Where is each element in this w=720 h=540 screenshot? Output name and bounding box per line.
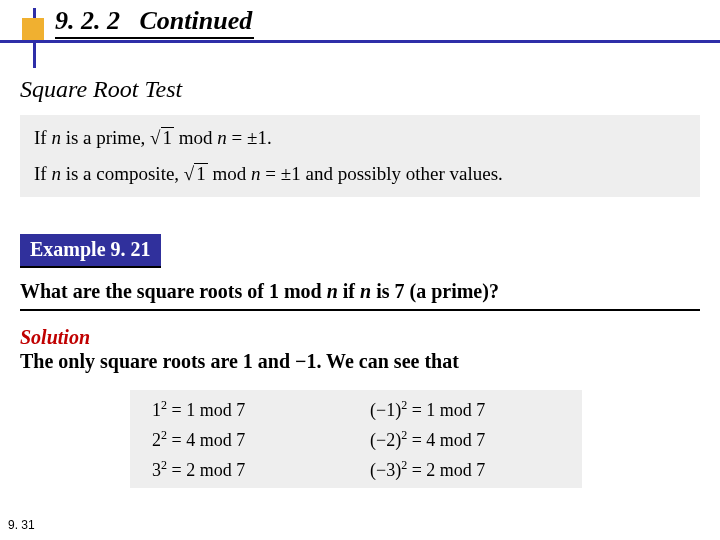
eq-r3: (−3)2 = 2 mod 7	[370, 460, 485, 481]
rhs: = 2 mod 7	[167, 460, 245, 480]
text: mod	[208, 163, 251, 184]
text: = ±1 and possibly other values.	[261, 163, 503, 184]
base: 2	[152, 430, 161, 450]
equations-box: 12 = 1 mod 7 22 = 4 mod 7 32 = 2 mod 7 (…	[130, 390, 582, 488]
text: is 7 (a prime)?	[371, 280, 499, 302]
text: mod	[174, 127, 217, 148]
solution-body: The only square roots are 1 and −1. We c…	[20, 350, 459, 373]
text: If	[34, 163, 51, 184]
slide-title: 9. 2. 2 Continued	[55, 6, 254, 39]
theorem-line2: If n is a composite, √1 mod n = ±1 and p…	[34, 163, 503, 185]
rhs: = 1 mod 7	[167, 400, 245, 420]
slide: 9. 2. 2 Continued Square Root Test If n …	[0, 0, 720, 540]
eq-l2: 22 = 4 mod 7	[152, 430, 245, 451]
var-n: n	[217, 127, 227, 148]
eq-l1: 12 = 1 mod 7	[152, 400, 245, 421]
theorem-box: If n is a prime, √1 mod n = ±1. If n is …	[20, 115, 700, 197]
solution-heading: Solution	[20, 326, 90, 349]
radicand: 1	[194, 163, 208, 183]
base: (−1)	[370, 400, 401, 420]
decor-square	[22, 18, 44, 40]
var-n: n	[51, 163, 61, 184]
sqrt-icon: √1	[184, 163, 208, 185]
eq-r1: (−1)2 = 1 mod 7	[370, 400, 485, 421]
text: What are the square roots of 1 mod	[20, 280, 327, 302]
var-n: n	[251, 163, 261, 184]
sqrt-icon: √1	[150, 127, 174, 149]
var-n: n	[360, 280, 371, 302]
base: 3	[152, 460, 161, 480]
text: is a prime,	[61, 127, 150, 148]
text: is a composite,	[61, 163, 184, 184]
theorem-line1: If n is a prime, √1 mod n = ±1.	[34, 127, 272, 149]
base: 1	[152, 400, 161, 420]
page-number: 9. 31	[8, 518, 35, 532]
slide-subtitle: Square Root Test	[20, 76, 182, 103]
base: (−3)	[370, 460, 401, 480]
rhs: = 2 mod 7	[407, 460, 485, 480]
rhs: = 4 mod 7	[407, 430, 485, 450]
decor-hline	[0, 40, 720, 43]
section-number: 9. 2. 2	[55, 6, 120, 35]
continued-label: Continued	[140, 6, 253, 35]
radicand: 1	[161, 127, 175, 147]
example-question: What are the square roots of 1 mod n if …	[20, 280, 700, 311]
text: if	[338, 280, 360, 302]
var-n: n	[327, 280, 338, 302]
example-label: Example 9. 21	[20, 234, 161, 268]
text: If	[34, 127, 51, 148]
text: = ±1.	[227, 127, 272, 148]
eq-l3: 32 = 2 mod 7	[152, 460, 245, 481]
eq-r2: (−2)2 = 4 mod 7	[370, 430, 485, 451]
rhs: = 4 mod 7	[167, 430, 245, 450]
base: (−2)	[370, 430, 401, 450]
var-n: n	[51, 127, 61, 148]
rhs: = 1 mod 7	[407, 400, 485, 420]
